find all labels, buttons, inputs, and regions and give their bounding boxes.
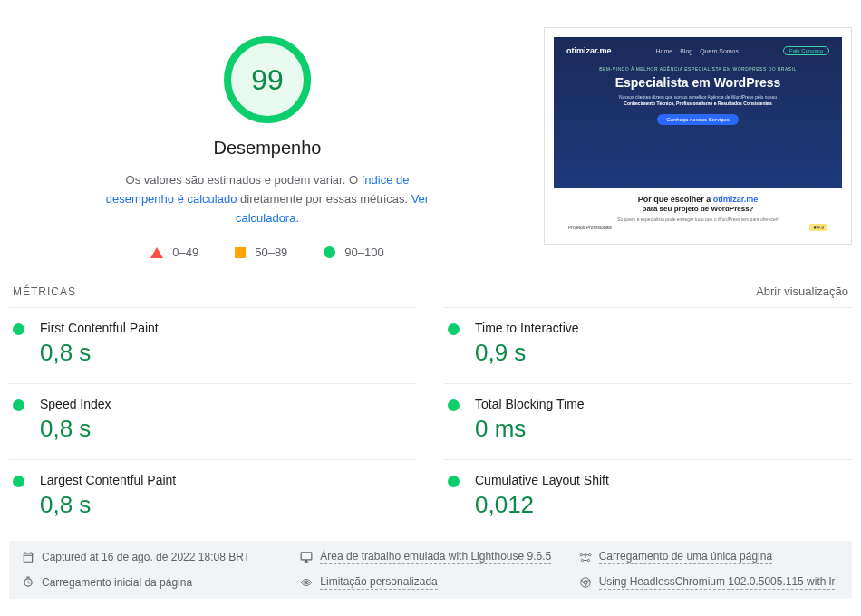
gauge-desc-suffix: .	[295, 211, 299, 225]
triangle-red-icon	[150, 247, 163, 258]
metric-speed-index[interactable]: Speed Index 0,8 s	[9, 383, 417, 459]
legend-average: 50–89	[235, 245, 287, 259]
score-legend: 0–49 50–89 90–100	[150, 245, 383, 259]
metric-value: 0 ms	[475, 415, 848, 443]
thumbnail-kicker: BEM-VINDO À MELHOR AGÊNCIA ESPECIALISTA …	[566, 66, 829, 72]
metric-fcp[interactable]: First Contentful Paint 0,8 s	[9, 307, 417, 383]
thumbnail-h3: para seu projeto de WordPress?	[566, 205, 829, 213]
gauge-title: Desempenho	[214, 138, 322, 159]
footer-loadtype[interactable]: Carregamento de uma única página	[579, 550, 839, 564]
footer-throttle-text: Limitação personalizada	[320, 575, 437, 590]
metrics-title: MÉTRICAS	[13, 285, 76, 298]
metric-tti[interactable]: Time to Interactive 0,9 s	[444, 307, 852, 383]
legend-bad: 0–49	[150, 245, 198, 259]
performance-gauge-column: 99 Desempenho Os valores são estimados e…	[9, 27, 526, 259]
metric-name: Largest Contentful Paint	[40, 473, 413, 487]
summary-section: 99 Desempenho Os valores são estimados e…	[0, 0, 861, 277]
metric-value: 0,8 s	[40, 415, 413, 443]
circle-green-icon	[448, 323, 460, 335]
circle-green-icon	[448, 399, 460, 411]
metric-value: 0,8 s	[40, 339, 413, 367]
footer-initial-load: Carregamento inicial da página	[22, 575, 282, 590]
thumbnail-btn: Conheça nossos Serviços	[657, 114, 738, 125]
svg-point-2	[305, 582, 307, 583]
thumb-h2-accent: otimizar.me	[713, 195, 759, 204]
metric-value: 0,9 s	[475, 339, 848, 367]
footer-browser-text: Using HeadlessChromium 102.0.5005.115 wi…	[599, 575, 836, 590]
performance-score: 99	[222, 34, 313, 125]
metric-tbt[interactable]: Total Blocking Time 0 ms	[444, 383, 852, 459]
signal-icon	[300, 576, 313, 589]
metric-cls[interactable]: Cumulative Layout Shift 0,012	[444, 459, 852, 535]
footer-captured: Captured at 16 de ago. de 2022 18:08 BRT	[22, 550, 282, 564]
gauge-desc-text: Os valores são estimados e podem variar.…	[126, 173, 362, 187]
legend-bad-label: 0–49	[172, 245, 198, 259]
metrics-grid: First Contentful Paint 0,8 s Time to Int…	[0, 307, 861, 535]
gauge-desc-text2: diretamente por essas métricas.	[237, 192, 411, 206]
thumb-nav-about: Quem Somos	[700, 48, 739, 54]
chrome-icon	[579, 576, 592, 589]
thumb-badge-val: 4.9	[817, 225, 824, 230]
metrics-header: MÉTRICAS Abrir visualização	[0, 277, 861, 307]
thumbnail-headline: Especialista em WordPress	[566, 75, 829, 90]
thumbnail-cta-top: Fale Conosco	[783, 46, 829, 55]
thumbnail-sub: Nossos clientes dizem que somos a melhor…	[607, 94, 788, 107]
thumb-h2-prefix: Por que escolher a	[638, 195, 713, 204]
legend-avg-label: 50–89	[255, 245, 287, 259]
metric-name: First Contentful Paint	[40, 321, 413, 335]
footer-loadtype-text: Carregamento de uma única página	[599, 550, 772, 564]
metric-name: Speed Index	[40, 397, 413, 411]
desktop-icon	[300, 551, 313, 563]
footer-device-text: Área de trabalho emulada with Lighthouse…	[320, 550, 551, 564]
stopwatch-icon	[22, 576, 34, 589]
thumb-sub-bold: Conhecimento Técnico, Profissionalismo e…	[624, 101, 771, 106]
square-orange-icon	[235, 247, 246, 258]
footer-captured-text: Captured at 16 de ago. de 2022 18:08 BRT	[42, 551, 250, 563]
thumbnail-brand: otimizar.me	[566, 46, 612, 55]
thumbnail-nav: otimizar.me Home Blog Quem Somos Fale Co…	[566, 46, 829, 55]
circle-green-icon	[324, 246, 335, 258]
footer-initial-text: Carregamento inicial da página	[42, 576, 192, 589]
thumb-sub-prefix: Nossos clientes dizem que somos a melhor…	[619, 94, 777, 100]
circle-green-icon	[13, 323, 24, 335]
thumbnail-h2: Por que escolher a otimizar.me	[566, 195, 829, 204]
thumbnail-hero: otimizar.me Home Blog Quem Somos Fale Co…	[554, 37, 842, 188]
page-screenshot-thumbnail[interactable]: otimizar.me Home Blog Quem Somos Fale Co…	[544, 27, 852, 245]
thumbnail-nav-links: Home Blog Quem Somos	[656, 48, 740, 54]
metric-name: Time to Interactive	[475, 321, 848, 335]
metric-value: 0,8 s	[40, 491, 413, 519]
footer-browser[interactable]: Using HeadlessChromium 102.0.5005.115 wi…	[579, 575, 839, 590]
legend-good: 90–100	[324, 245, 383, 259]
footer-throttle[interactable]: Limitação personalizada	[300, 575, 560, 590]
run-settings-footer: Captured at 16 de ago. de 2022 18:08 BRT…	[9, 541, 852, 599]
metric-name: Total Blocking Time	[475, 397, 848, 411]
thumb-lower-left: Projetos Profissionais	[568, 225, 612, 230]
thumbnail-footer-row: Projetos Profissionais ★ 4.9	[566, 222, 829, 231]
thumbnail-lower: Por que escolher a otimizar.me para seu …	[554, 188, 842, 235]
metric-name: Cumulative Layout Shift	[475, 473, 848, 487]
network-icon	[579, 551, 592, 563]
thumbnail-badge: ★ 4.9	[809, 224, 827, 231]
gauge-description: Os valores são estimados e podem variar.…	[95, 171, 440, 227]
legend-good-label: 90–100	[344, 245, 383, 259]
thumb-nav-home: Home	[656, 48, 673, 54]
circle-green-icon	[13, 476, 24, 487]
thumb-nav-blog: Blog	[680, 48, 692, 54]
metric-value: 0,012	[475, 491, 848, 519]
circle-green-icon	[448, 476, 460, 487]
thumbnail-content: otimizar.me Home Blog Quem Somos Fale Co…	[554, 37, 842, 235]
open-visualization-link[interactable]: Abrir visualização	[756, 284, 848, 298]
circle-green-icon	[13, 399, 24, 411]
metric-lcp[interactable]: Largest Contentful Paint 0,8 s	[9, 459, 417, 535]
calendar-icon	[22, 551, 34, 563]
performance-gauge: 99	[222, 34, 313, 125]
footer-device[interactable]: Área de trabalho emulada with Lighthouse…	[300, 550, 560, 564]
